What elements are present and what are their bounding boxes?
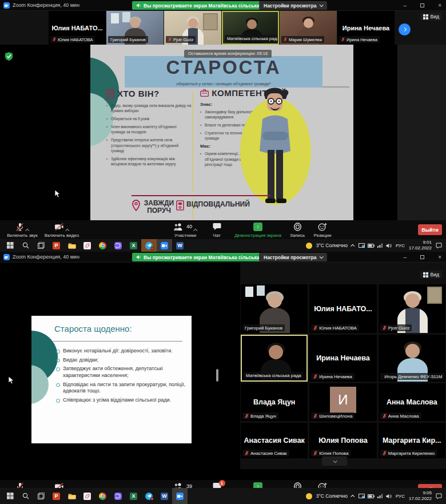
taskbar-excel-icon[interactable]: X bbox=[126, 488, 141, 504]
video-tile-shilovets-ilona[interactable]: И ШиловецИлона bbox=[309, 383, 376, 421]
video-tile-yulia-nabatova[interactable]: Юлия НАБАТО... Юлия НАБАТОВА bbox=[309, 284, 376, 333]
start-button[interactable] bbox=[2, 239, 18, 252]
leave-meeting-button[interactable]: Выйти bbox=[418, 224, 442, 235]
weather-text[interactable]: 3°C Солнечно bbox=[316, 493, 348, 499]
location-pin-icon bbox=[132, 200, 140, 211]
record-button[interactable]: Запись bbox=[286, 223, 309, 238]
video-tile-igor-demchenko[interactable]: Игорь Демченко ФЕУ-511М bbox=[379, 335, 445, 382]
video-tile-margarita-kirilenko[interactable]: Маргарита Кир... Маргарита Кириленко bbox=[379, 423, 445, 458]
who-heading: ХТО ВІН? bbox=[117, 89, 160, 98]
start-button[interactable] bbox=[2, 488, 18, 504]
taskbar-feather-app-icon[interactable] bbox=[79, 488, 95, 504]
video-tile-irina-nechaeva[interactable]: Ирина Нечаева Ирина Нечаева bbox=[309, 335, 376, 382]
clock[interactable]: 9:01 17.02.2022 bbox=[409, 240, 432, 251]
share-screen-button[interactable]: ↑ Демонстрация экрана bbox=[230, 223, 286, 238]
next-participants-arrow-button[interactable] bbox=[399, 23, 411, 35]
video-tile-irina-nechaeva[interactable]: Ирина Нечаева Ирина Нечаева bbox=[337, 11, 395, 45]
gallery-collapse-button[interactable] bbox=[322, 457, 347, 466]
video-tile-matviivska-active-speaker[interactable]: Матвіївська сільська рада bbox=[222, 11, 279, 45]
chat-button[interactable]: Чат bbox=[207, 223, 226, 238]
video-tile-grigoriy-bukanov[interactable]: Григорий Буканов bbox=[241, 284, 308, 333]
taskbar-chrome-icon[interactable] bbox=[95, 488, 110, 504]
grid-view-icon bbox=[423, 14, 428, 19]
meeting-security-shield-icon[interactable] bbox=[5, 52, 13, 61]
search-button[interactable] bbox=[18, 239, 33, 252]
taskbar-zoom-icon-active[interactable] bbox=[157, 239, 172, 252]
close-button[interactable]: × bbox=[438, 2, 441, 9]
reactions-button[interactable]: Реакции bbox=[309, 223, 336, 238]
tray-chevron-up-icon[interactable] bbox=[351, 244, 355, 248]
weather-sun-icon[interactable] bbox=[306, 243, 312, 249]
view-mode-button[interactable]: Вид bbox=[420, 271, 442, 279]
slide-title: Староста щоденно: bbox=[54, 324, 132, 334]
close-button[interactable]: × bbox=[438, 254, 441, 260]
bullet: Затверджує акти обстеження, депутатські … bbox=[55, 366, 186, 379]
unmute-button[interactable]: Включить звук bbox=[5, 223, 40, 238]
keyboard-language[interactable]: РУС bbox=[396, 494, 405, 499]
video-tile-anastasia-sivak[interactable]: Анастасия Сивак Анастасия Сивак bbox=[241, 423, 308, 458]
title-bar: Zoom Конференция, 40 мин Вы просматривае… bbox=[0, 0, 446, 11]
taskbar-zoom-icon-active[interactable] bbox=[172, 488, 188, 504]
taskbar-word-icon[interactable]: W bbox=[157, 488, 172, 504]
mic-muted-icon bbox=[341, 37, 345, 42]
system-tray-icons[interactable] bbox=[359, 243, 392, 248]
view-settings-label: Настройки просмотра bbox=[264, 255, 317, 260]
video-tile-pjotr-gudz[interactable]: Pjotr Gudz bbox=[379, 284, 445, 333]
chevron-up-icon[interactable] bbox=[193, 229, 197, 233]
minimize-button[interactable]: – bbox=[404, 2, 407, 9]
participant-label-text: Григорий Буканов bbox=[110, 37, 146, 42]
system-tray-icons[interactable] bbox=[359, 494, 392, 499]
view-mode-button[interactable]: Вид bbox=[420, 13, 442, 21]
bullet: Представляє інтереси жителів села (старо… bbox=[106, 137, 192, 153]
tray-chevron-up-icon[interactable] bbox=[351, 494, 355, 498]
task-view-button[interactable] bbox=[33, 488, 49, 504]
panel-resize-handle[interactable] bbox=[216, 369, 218, 382]
keyboard-language[interactable]: РУС bbox=[396, 243, 405, 248]
weather-text[interactable]: 3°C Солнечно bbox=[316, 243, 348, 248]
taskbar-powerpoint-icon[interactable]: P bbox=[49, 488, 64, 504]
time: 9:05 bbox=[409, 490, 432, 496]
video-tile-anna-maslova[interactable]: Анна Маслова Анна Маслова bbox=[379, 383, 445, 421]
taskbar-file-explorer-icon[interactable] bbox=[64, 239, 79, 252]
reactions-icon bbox=[318, 223, 327, 231]
clock[interactable]: 9:05 17.02.2022 bbox=[409, 490, 432, 502]
minimize-button[interactable]: – bbox=[404, 254, 407, 260]
maximize-button[interactable] bbox=[420, 255, 424, 259]
video-tile-matviivska-active-speaker[interactable]: Матвіївська сільська рада bbox=[241, 335, 308, 382]
weather-sun-icon[interactable] bbox=[306, 493, 312, 499]
video-tile-grigoriy-bukanov[interactable]: Григорий Буканов bbox=[106, 11, 164, 45]
taskbar-file-explorer-icon[interactable] bbox=[64, 488, 79, 504]
notification-center-icon[interactable] bbox=[436, 493, 442, 499]
chevron-up-icon[interactable] bbox=[25, 229, 29, 233]
video-tile-pjotr-gudz[interactable]: Pjotr Gudz bbox=[164, 11, 221, 45]
taskbar-word-icon[interactable]: W bbox=[172, 239, 188, 252]
taskbar-feather-app-icon[interactable] bbox=[79, 239, 95, 252]
share-screen-label: Демонстрация экрана bbox=[230, 233, 286, 238]
participants-label: Участники bbox=[165, 233, 206, 238]
start-video-button[interactable]: Включить видео bbox=[41, 223, 82, 238]
video-tile-maria-shumelyuk[interactable]: Мария Шумелюк bbox=[280, 11, 337, 45]
taskbar-viber-icon[interactable] bbox=[110, 239, 126, 252]
participant-label: Маргарита Кириленко bbox=[380, 450, 437, 457]
view-settings-button[interactable]: Настройки просмотра bbox=[259, 253, 327, 261]
taskbar-chrome-icon[interactable] bbox=[95, 239, 110, 252]
taskbar-telegram-icon[interactable] bbox=[141, 488, 157, 504]
folder-icon bbox=[68, 493, 76, 499]
participants-button[interactable]: 40 Участники bbox=[165, 223, 206, 238]
video-tile-yulia-popova[interactable]: Юлия Попова Юлия Попова bbox=[309, 423, 376, 458]
participant-label-text: Григорий Буканов bbox=[245, 326, 282, 331]
bullet: Співпрацює з усіма відділами сільської р… bbox=[55, 397, 186, 404]
search-button[interactable] bbox=[18, 488, 33, 504]
taskbar-excel-icon[interactable]: X bbox=[126, 239, 141, 252]
task-view-button[interactable] bbox=[33, 239, 49, 252]
video-tile-vlada-yatsun[interactable]: Влада Яцун Влада Яцун bbox=[241, 383, 308, 421]
participant-label: Юлия НАБАТОВА bbox=[50, 36, 95, 43]
chevron-up-icon[interactable] bbox=[65, 229, 69, 233]
taskbar-powerpoint-icon[interactable]: P bbox=[49, 239, 64, 252]
video-tile-yulia-nabatova[interactable]: Юлия НАБАТО... Юлия НАБАТОВА bbox=[49, 11, 106, 45]
maximize-button[interactable] bbox=[420, 3, 424, 7]
notification-center-icon[interactable] bbox=[436, 243, 442, 249]
view-settings-button[interactable]: Настройки просмотра bbox=[259, 1, 327, 10]
taskbar-telegram-icon-highlighted[interactable] bbox=[141, 239, 157, 252]
taskbar-viber-icon[interactable] bbox=[110, 488, 126, 504]
